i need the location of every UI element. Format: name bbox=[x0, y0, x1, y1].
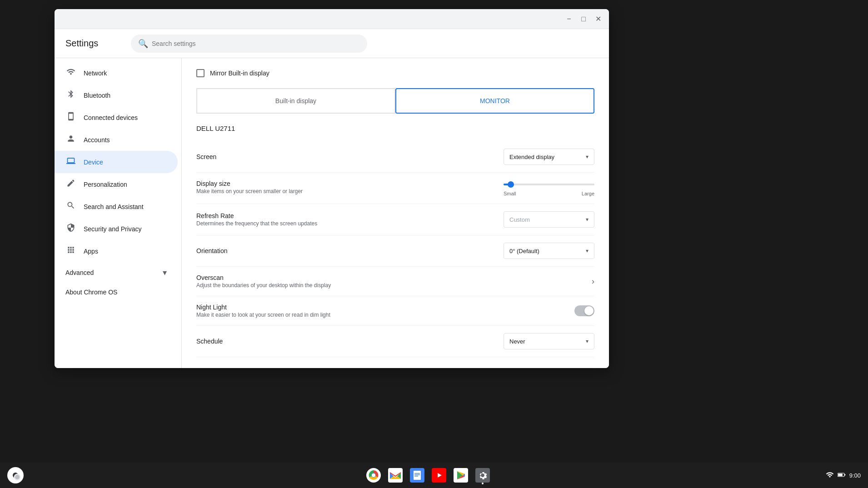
orientation-dropdown[interactable]: 0° (Default) ▾ bbox=[504, 243, 594, 259]
refresh-rate-title: Refresh Rate bbox=[196, 212, 504, 219]
svg-rect-11 bbox=[414, 476, 418, 477]
sidebar-item-apps[interactable]: Apps bbox=[55, 240, 178, 262]
slider-track-wrap bbox=[504, 180, 594, 189]
tab-monitor[interactable]: MONITOR bbox=[395, 88, 594, 114]
svg-rect-15 bbox=[475, 468, 490, 483]
screen-dropdown-value: Extended display bbox=[509, 154, 554, 160]
chevron-down-icon: ▾ bbox=[163, 268, 167, 278]
settings-body: Network Bluetooth Connected devices bbox=[55, 58, 609, 368]
sidebar-item-label-device: Device bbox=[84, 159, 103, 166]
taskbar-app-gmail[interactable] bbox=[385, 465, 405, 485]
tab-built-in-display[interactable]: Built-in display bbox=[196, 88, 395, 114]
sidebar-item-security-privacy[interactable]: Security and Privacy bbox=[55, 218, 178, 240]
display-size-subtitle: Make items on your screen smaller or lar… bbox=[196, 188, 504, 194]
taskbar-apps bbox=[31, 465, 826, 485]
search-bar[interactable]: 🔍 bbox=[131, 35, 367, 53]
sidebar-item-label-personalization: Personalization bbox=[84, 181, 127, 188]
display-size-label: Display size Make items on your screen s… bbox=[196, 180, 504, 194]
night-light-toggle[interactable] bbox=[574, 305, 594, 316]
title-bar-controls: − □ ✕ bbox=[564, 14, 604, 25]
search-input[interactable] bbox=[152, 40, 360, 47]
settings-header: Settings 🔍 bbox=[55, 29, 609, 58]
refresh-rate-control: Custom ▾ bbox=[504, 211, 594, 228]
svg-rect-18 bbox=[838, 473, 843, 476]
close-button[interactable]: ✕ bbox=[593, 14, 604, 25]
display-size-row: Display size Make items on your screen s… bbox=[196, 173, 594, 204]
schedule-dropdown[interactable]: Never ▾ bbox=[504, 333, 594, 349]
slider-max-label: Large bbox=[582, 191, 594, 196]
sidebar-item-accounts[interactable]: Accounts bbox=[55, 129, 178, 151]
orientation-label: Orientation bbox=[196, 247, 504, 254]
svg-point-5 bbox=[372, 473, 375, 477]
sidebar: Network Bluetooth Connected devices bbox=[55, 58, 182, 368]
orientation-dropdown-value: 0° (Default) bbox=[509, 248, 539, 254]
launcher-button[interactable] bbox=[7, 467, 24, 483]
overscan-title: Overscan bbox=[196, 274, 504, 281]
monitor-name: DELL U2711 bbox=[196, 124, 594, 132]
apps-icon bbox=[65, 245, 76, 257]
mirror-row: Mirror Built-in display bbox=[196, 69, 594, 77]
mirror-checkbox[interactable] bbox=[196, 69, 205, 77]
overscan-arrow-icon: › bbox=[592, 277, 594, 286]
taskbar-app-youtube[interactable] bbox=[429, 465, 449, 485]
slider-track bbox=[504, 184, 594, 185]
sidebar-item-label-search-assistant: Search and Assistant bbox=[84, 203, 144, 210]
phone-icon bbox=[65, 112, 76, 123]
sidebar-item-search-assistant[interactable]: Search and Assistant bbox=[55, 195, 178, 218]
taskbar-app-settings[interactable] bbox=[473, 465, 493, 485]
svg-rect-17 bbox=[844, 474, 845, 475]
taskbar: 9:00 bbox=[0, 463, 868, 488]
sidebar-item-label-network: Network bbox=[84, 70, 107, 77]
night-light-header: Night Light Make it easier to look at yo… bbox=[196, 304, 594, 318]
shield-icon bbox=[65, 223, 76, 234]
laptop-icon bbox=[65, 156, 76, 168]
sidebar-item-bluetooth[interactable]: Bluetooth bbox=[55, 84, 178, 106]
refresh-rate-dropdown[interactable]: Custom ▾ bbox=[504, 211, 594, 228]
taskbar-app-play[interactable] bbox=[451, 465, 471, 485]
sidebar-about-label: About Chrome OS bbox=[65, 289, 117, 296]
screen-row: Screen Extended display ▾ bbox=[196, 141, 594, 173]
main-content: Mirror Built-in display Built-in display… bbox=[182, 58, 609, 368]
sidebar-item-network[interactable]: Network bbox=[55, 62, 178, 84]
search-icon: 🔍 bbox=[138, 39, 148, 49]
settings-window: − □ ✕ Settings 🔍 Network bbox=[55, 9, 609, 368]
wifi-icon bbox=[65, 67, 76, 79]
sidebar-item-connected-devices[interactable]: Connected devices bbox=[55, 106, 178, 129]
slider-labels: Small Large bbox=[504, 191, 594, 196]
screen-dropdown[interactable]: Extended display ▾ bbox=[504, 149, 594, 165]
taskbar-app-chrome[interactable] bbox=[364, 465, 384, 485]
orientation-title: Orientation bbox=[196, 247, 504, 254]
window-body: Settings 🔍 Network Bluet bbox=[55, 29, 609, 368]
night-light-text: Night Light Make it easier to look at yo… bbox=[196, 304, 330, 318]
page-title: Settings bbox=[65, 38, 120, 49]
sidebar-item-label-security-privacy: Security and Privacy bbox=[84, 225, 142, 233]
minimize-button[interactable]: − bbox=[564, 14, 574, 25]
sidebar-advanced-label: Advanced bbox=[65, 269, 94, 276]
maximize-button[interactable]: □ bbox=[578, 14, 589, 25]
sidebar-item-personalization[interactable]: Personalization bbox=[55, 173, 178, 195]
display-size-control: Small Large bbox=[504, 180, 594, 196]
sidebar-item-device[interactable]: Device bbox=[55, 151, 178, 173]
svg-rect-9 bbox=[414, 473, 420, 474]
search-assistant-icon bbox=[65, 201, 76, 212]
svg-rect-8 bbox=[414, 471, 421, 480]
overscan-subtitle: Adjust the boundaries of your desktop wi… bbox=[196, 282, 504, 289]
content-inner: Mirror Built-in display Built-in display… bbox=[182, 58, 609, 368]
clock: 9:00 bbox=[849, 472, 861, 479]
refresh-rate-subtitle: Determines the frequency that the screen… bbox=[196, 220, 504, 227]
sidebar-item-advanced[interactable]: Advanced ▾ bbox=[55, 262, 178, 283]
sidebar-item-about[interactable]: About Chrome OS bbox=[55, 283, 178, 301]
bluetooth-icon bbox=[65, 90, 76, 101]
svg-point-1 bbox=[15, 475, 20, 479]
sidebar-item-label-accounts: Accounts bbox=[84, 136, 110, 144]
screen-title: Screen bbox=[196, 153, 504, 160]
slider-thumb[interactable] bbox=[508, 181, 514, 188]
schedule-dropdown-arrow: ▾ bbox=[586, 338, 589, 344]
mirror-label: Mirror Built-in display bbox=[210, 70, 269, 77]
wifi-status-icon bbox=[826, 471, 834, 480]
sidebar-item-label-bluetooth: Bluetooth bbox=[84, 92, 110, 99]
night-light-section: Night Light Make it easier to look at yo… bbox=[196, 296, 594, 326]
overscan-row[interactable]: Overscan Adjust the boundaries of your d… bbox=[196, 267, 594, 296]
taskbar-app-docs[interactable] bbox=[407, 465, 427, 485]
refresh-rate-row: Refresh Rate Determines the frequency th… bbox=[196, 204, 594, 235]
